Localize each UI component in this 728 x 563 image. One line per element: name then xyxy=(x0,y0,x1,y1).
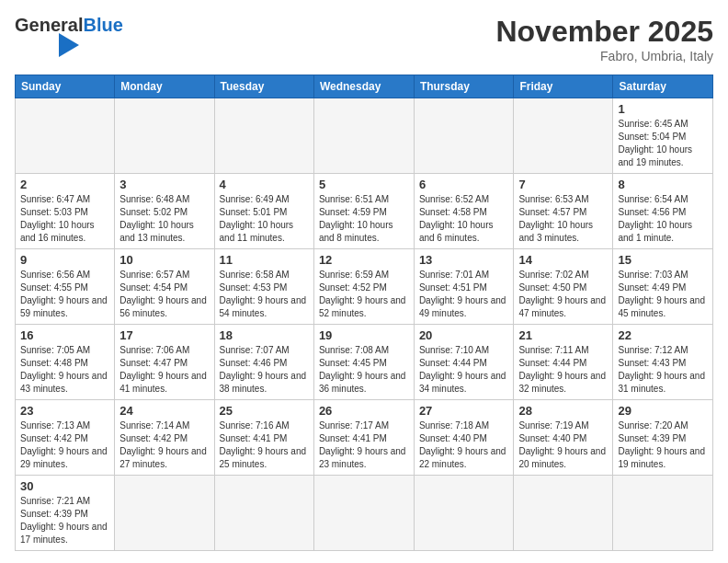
day-info: Sunrise: 7:13 AM Sunset: 4:42 PM Dayligh… xyxy=(20,419,109,471)
weekday-header-wednesday: Wednesday xyxy=(313,75,414,98)
day-info: Sunrise: 6:51 AM Sunset: 4:59 PM Dayligh… xyxy=(319,193,409,245)
calendar-table: SundayMondayTuesdayWednesdayThursdayFrid… xyxy=(15,75,713,551)
day-info: Sunrise: 7:05 AM Sunset: 4:48 PM Dayligh… xyxy=(20,344,109,396)
calendar-week-6: 30Sunrise: 7:21 AM Sunset: 4:39 PM Dayli… xyxy=(16,476,713,551)
weekday-header-tuesday: Tuesday xyxy=(214,75,313,98)
day-info: Sunrise: 7:21 AM Sunset: 4:39 PM Dayligh… xyxy=(20,495,109,546)
day-number: 15 xyxy=(618,253,708,267)
calendar-week-2: 2Sunrise: 6:47 AM Sunset: 5:03 PM Daylig… xyxy=(16,174,713,249)
logo-blue: Blue xyxy=(83,15,122,36)
day-info: Sunrise: 7:12 AM Sunset: 4:43 PM Dayligh… xyxy=(618,344,708,396)
calendar-cell: 13Sunrise: 7:01 AM Sunset: 4:51 PM Dayli… xyxy=(414,249,514,325)
day-number: 18 xyxy=(220,328,309,342)
day-info: Sunrise: 7:03 AM Sunset: 4:49 PM Dayligh… xyxy=(618,269,708,320)
day-number: 3 xyxy=(119,178,209,191)
day-number: 4 xyxy=(220,178,309,191)
day-number: 13 xyxy=(419,253,509,267)
calendar-cell: 10Sunrise: 6:57 AM Sunset: 4:54 PM Dayli… xyxy=(115,249,214,325)
calendar-cell xyxy=(514,476,613,551)
day-info: Sunrise: 6:53 AM Sunset: 4:57 PM Dayligh… xyxy=(518,193,608,245)
weekday-header-sunday: Sunday xyxy=(16,75,115,98)
calendar-cell xyxy=(613,476,713,551)
day-info: Sunrise: 7:19 AM Sunset: 4:40 PM Dayligh… xyxy=(518,419,608,471)
day-info: Sunrise: 6:58 AM Sunset: 4:53 PM Dayligh… xyxy=(220,269,309,320)
day-number: 20 xyxy=(419,328,509,342)
weekday-header-friday: Friday xyxy=(514,75,613,98)
day-number: 25 xyxy=(220,404,309,418)
day-info: Sunrise: 6:45 AM Sunset: 5:04 PM Dayligh… xyxy=(618,118,708,169)
calendar-cell: 6Sunrise: 6:52 AM Sunset: 4:58 PM Daylig… xyxy=(414,174,514,249)
day-number: 16 xyxy=(20,328,109,342)
day-number: 2 xyxy=(20,178,109,191)
day-info: Sunrise: 6:56 AM Sunset: 4:55 PM Dayligh… xyxy=(20,269,109,320)
day-info: Sunrise: 6:54 AM Sunset: 4:56 PM Dayligh… xyxy=(618,193,708,245)
day-info: Sunrise: 7:11 AM Sunset: 4:44 PM Dayligh… xyxy=(518,344,608,396)
day-number: 24 xyxy=(119,404,209,418)
calendar-cell: 12Sunrise: 6:59 AM Sunset: 4:52 PM Dayli… xyxy=(313,249,414,325)
calendar-cell: 25Sunrise: 7:16 AM Sunset: 4:41 PM Dayli… xyxy=(214,400,313,476)
calendar-cell: 8Sunrise: 6:54 AM Sunset: 4:56 PM Daylig… xyxy=(613,174,713,249)
calendar-week-1: 1Sunrise: 6:45 AM Sunset: 5:04 PM Daylig… xyxy=(16,98,713,174)
day-info: Sunrise: 7:14 AM Sunset: 4:42 PM Dayligh… xyxy=(119,419,209,471)
calendar-cell xyxy=(414,98,514,174)
calendar-cell xyxy=(514,98,613,174)
day-number: 7 xyxy=(518,178,608,191)
logo: General Blue xyxy=(15,15,123,57)
calendar-cell xyxy=(214,476,313,551)
calendar-week-4: 16Sunrise: 7:05 AM Sunset: 4:48 PM Dayli… xyxy=(16,325,713,400)
calendar-cell xyxy=(313,98,414,174)
day-info: Sunrise: 6:52 AM Sunset: 4:58 PM Dayligh… xyxy=(419,193,509,245)
day-info: Sunrise: 7:02 AM Sunset: 4:50 PM Dayligh… xyxy=(518,269,608,320)
title-area: November 2025 Fabro, Umbria, Italy xyxy=(495,15,713,63)
calendar-cell: 9Sunrise: 6:56 AM Sunset: 4:55 PM Daylig… xyxy=(16,249,115,325)
calendar-cell: 11Sunrise: 6:58 AM Sunset: 4:53 PM Dayli… xyxy=(214,249,313,325)
day-number: 6 xyxy=(419,178,509,191)
day-number: 29 xyxy=(618,404,708,418)
location-subtitle: Fabro, Umbria, Italy xyxy=(495,49,713,63)
calendar-cell: 23Sunrise: 7:13 AM Sunset: 4:42 PM Dayli… xyxy=(16,400,115,476)
calendar-cell: 16Sunrise: 7:05 AM Sunset: 4:48 PM Dayli… xyxy=(16,325,115,400)
day-number: 22 xyxy=(618,328,708,342)
day-number: 12 xyxy=(319,253,409,267)
page-header: General Blue November 2025 Fabro, Umbria… xyxy=(15,15,713,63)
calendar-cell: 29Sunrise: 7:20 AM Sunset: 4:39 PM Dayli… xyxy=(613,400,713,476)
calendar-cell: 15Sunrise: 7:03 AM Sunset: 4:49 PM Dayli… xyxy=(613,249,713,325)
calendar-cell: 4Sunrise: 6:49 AM Sunset: 5:01 PM Daylig… xyxy=(214,174,313,249)
calendar-week-3: 9Sunrise: 6:56 AM Sunset: 4:55 PM Daylig… xyxy=(16,249,713,325)
calendar-cell: 20Sunrise: 7:10 AM Sunset: 4:44 PM Dayli… xyxy=(414,325,514,400)
calendar-cell xyxy=(313,476,414,551)
calendar-cell: 18Sunrise: 7:07 AM Sunset: 4:46 PM Dayli… xyxy=(214,325,313,400)
calendar-cell: 3Sunrise: 6:48 AM Sunset: 5:02 PM Daylig… xyxy=(115,174,214,249)
day-info: Sunrise: 7:07 AM Sunset: 4:46 PM Dayligh… xyxy=(220,344,309,396)
day-number: 19 xyxy=(319,328,409,342)
day-info: Sunrise: 7:06 AM Sunset: 4:47 PM Dayligh… xyxy=(119,344,209,396)
weekday-header-monday: Monday xyxy=(115,75,214,98)
day-info: Sunrise: 7:01 AM Sunset: 4:51 PM Dayligh… xyxy=(419,269,509,320)
calendar-cell: 1Sunrise: 6:45 AM Sunset: 5:04 PM Daylig… xyxy=(613,98,713,174)
calendar-cell xyxy=(16,98,115,174)
day-number: 9 xyxy=(20,253,109,267)
day-number: 8 xyxy=(618,178,708,191)
calendar-cell: 30Sunrise: 7:21 AM Sunset: 4:39 PM Dayli… xyxy=(16,476,115,551)
day-info: Sunrise: 7:16 AM Sunset: 4:41 PM Dayligh… xyxy=(220,419,309,471)
day-info: Sunrise: 6:59 AM Sunset: 4:52 PM Dayligh… xyxy=(319,269,409,320)
calendar-cell: 22Sunrise: 7:12 AM Sunset: 4:43 PM Dayli… xyxy=(613,325,713,400)
calendar-cell: 24Sunrise: 7:14 AM Sunset: 4:42 PM Dayli… xyxy=(115,400,214,476)
calendar-cell: 26Sunrise: 7:17 AM Sunset: 4:41 PM Dayli… xyxy=(313,400,414,476)
day-info: Sunrise: 6:57 AM Sunset: 4:54 PM Dayligh… xyxy=(119,269,209,320)
day-number: 30 xyxy=(20,479,109,493)
day-info: Sunrise: 6:47 AM Sunset: 5:03 PM Dayligh… xyxy=(20,193,109,245)
day-number: 26 xyxy=(319,404,409,418)
calendar-cell xyxy=(214,98,313,174)
calendar-cell xyxy=(414,476,514,551)
calendar-cell: 14Sunrise: 7:02 AM Sunset: 4:50 PM Dayli… xyxy=(514,249,613,325)
day-number: 10 xyxy=(119,253,209,267)
calendar-cell: 19Sunrise: 7:08 AM Sunset: 4:45 PM Dayli… xyxy=(313,325,414,400)
day-number: 1 xyxy=(618,102,708,116)
day-info: Sunrise: 6:49 AM Sunset: 5:01 PM Dayligh… xyxy=(220,193,309,245)
day-info: Sunrise: 7:20 AM Sunset: 4:39 PM Dayligh… xyxy=(618,419,708,471)
day-info: Sunrise: 6:48 AM Sunset: 5:02 PM Dayligh… xyxy=(119,193,209,245)
calendar-cell xyxy=(115,476,214,551)
weekday-header-saturday: Saturday xyxy=(613,75,713,98)
calendar-cell xyxy=(115,98,214,174)
